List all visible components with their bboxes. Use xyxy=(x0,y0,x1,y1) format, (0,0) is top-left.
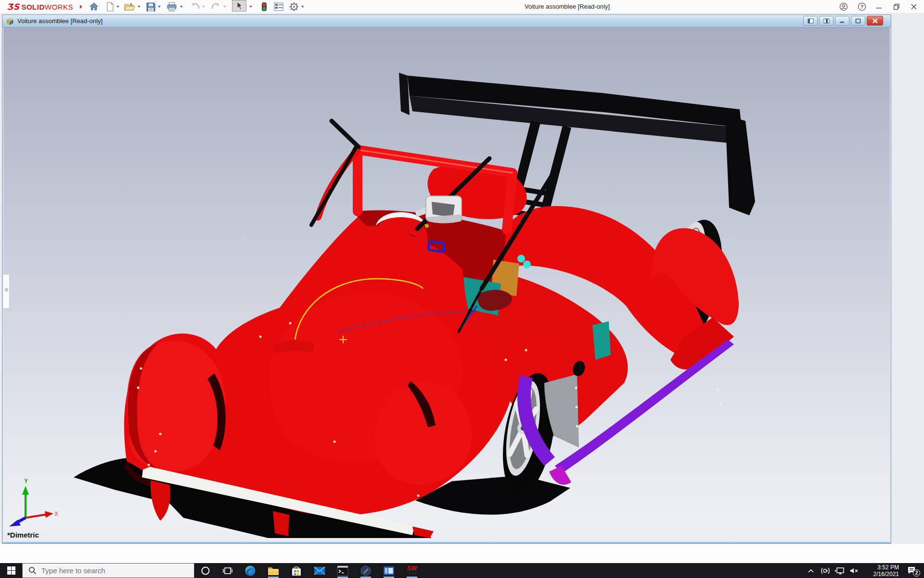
document-titlebar[interactable]: Voiture assomblee [Read-only] xyxy=(2,15,891,27)
options-button[interactable] xyxy=(288,0,300,13)
x-axis-arrow xyxy=(45,511,53,518)
car-model[interactable] xyxy=(3,27,890,542)
sw-badge-year: 2021 xyxy=(407,571,417,576)
mail-icon xyxy=(314,566,325,576)
front-bodywork[interactable] xyxy=(124,217,511,515)
store-icon xyxy=(291,565,302,577)
meet-now-icon xyxy=(821,567,830,575)
doc-maximize-button[interactable] xyxy=(851,16,865,26)
print-dropdown[interactable] xyxy=(179,0,184,13)
notification-badge: 2 xyxy=(913,569,920,577)
chevron-up-icon xyxy=(808,568,814,573)
file-explorer-icon xyxy=(268,565,279,576)
hidden-icons-button[interactable] xyxy=(804,563,818,578)
taskbar-app-edge[interactable] xyxy=(239,563,262,578)
taskbar-app-mail[interactable] xyxy=(308,563,331,578)
solidworks-logo: ƷS SOLIDWORKS xyxy=(4,0,76,13)
action-center-button[interactable]: 2 xyxy=(902,563,921,578)
restore-icon xyxy=(893,3,900,10)
desktop-strip xyxy=(0,544,924,563)
clock-date: 2/16/2021 xyxy=(861,571,899,578)
pane-right-icon xyxy=(823,18,830,24)
graphics-viewport[interactable]: Y X *Dimetric xyxy=(2,27,891,543)
account-icon xyxy=(839,2,848,11)
new-document-dropdown[interactable] xyxy=(116,0,120,13)
search-input[interactable] xyxy=(41,566,181,575)
new-document-button[interactable] xyxy=(104,0,116,13)
command-prompt-icon xyxy=(337,565,348,576)
window-app-icon xyxy=(383,566,395,576)
brand-works: WORKS xyxy=(45,3,73,11)
document-title: Voiture assomblee [Read-only] xyxy=(17,17,103,25)
open-button[interactable] xyxy=(123,0,136,13)
select-tool-button[interactable] xyxy=(232,0,246,12)
cortana-button[interactable] xyxy=(194,563,217,578)
menu-expand-arrow[interactable] xyxy=(78,0,84,13)
doc-maximize-icon xyxy=(855,18,861,24)
redo-dropdown[interactable] xyxy=(222,0,227,13)
volume-button[interactable] xyxy=(847,563,861,578)
network-icon xyxy=(835,567,845,575)
reference-triad[interactable]: Y X xyxy=(6,477,60,527)
doc-minimize-button[interactable] xyxy=(835,16,849,26)
help-icon: ? xyxy=(858,2,866,11)
save-button[interactable] xyxy=(144,0,157,13)
gear-icon xyxy=(289,2,299,12)
rebuild-button[interactable] xyxy=(258,0,270,13)
pane-left-icon xyxy=(808,18,814,24)
volume-muted-icon xyxy=(849,567,859,575)
solidworks-app-icon: SW 2021 xyxy=(407,565,417,576)
new-document-icon xyxy=(106,2,115,12)
print-button[interactable] xyxy=(166,0,178,13)
solidworks-logo-mark: ƷS xyxy=(7,2,19,12)
meet-now-button[interactable] xyxy=(818,563,833,578)
select-tool-dropdown[interactable] xyxy=(248,0,253,13)
help-button[interactable]: ? xyxy=(856,0,868,13)
hexagon-app-icon xyxy=(360,565,372,577)
taskbar-app-file-explorer[interactable] xyxy=(262,563,285,578)
open-dropdown[interactable] xyxy=(137,0,141,13)
taskbar-clock[interactable]: 3:52 PM 2/16/2021 xyxy=(861,564,902,578)
taskbar: SW 2021 xyxy=(0,563,924,578)
undo-dropdown[interactable] xyxy=(201,0,206,13)
account-button[interactable] xyxy=(837,0,850,13)
taskbar-app-window[interactable] xyxy=(377,563,400,578)
task-view-button[interactable] xyxy=(217,563,239,578)
doc-pane-right-button[interactable] xyxy=(819,16,834,26)
app-titlebar: ƷS SOLIDWORKS xyxy=(0,0,924,13)
edge-icon xyxy=(244,565,256,577)
taskbar-search[interactable] xyxy=(22,563,194,578)
taskbar-app-solidworks[interactable]: SW 2021 xyxy=(400,563,424,578)
home-button[interactable] xyxy=(88,0,100,13)
client-area-background xyxy=(892,14,924,544)
pane-handle-dot xyxy=(5,288,8,291)
cyan-detail xyxy=(517,255,525,263)
y-axis-arrow xyxy=(22,486,29,495)
undo-button[interactable] xyxy=(189,0,201,13)
assembly-document-icon xyxy=(6,17,14,25)
home-icon xyxy=(89,2,99,12)
start-button[interactable] xyxy=(0,563,22,578)
app-minimize-button[interactable] xyxy=(873,0,886,13)
taskbar-app-hexagon[interactable] xyxy=(354,563,377,578)
app-close-button[interactable] xyxy=(908,0,920,13)
document-window: Voiture assomblee [Read-only] xyxy=(2,14,891,544)
task-view-icon xyxy=(223,566,232,575)
save-dropdown[interactable] xyxy=(157,0,162,13)
app-restore-button[interactable] xyxy=(890,0,903,13)
taskbar-app-store[interactable] xyxy=(285,563,308,578)
doc-pane-left-button[interactable] xyxy=(803,16,818,26)
rebuild-traffic-light-icon xyxy=(261,2,267,12)
options-dropdown[interactable] xyxy=(300,0,305,13)
redo-button[interactable] xyxy=(210,0,222,13)
display-settings-button[interactable] xyxy=(272,0,285,13)
print-icon xyxy=(167,2,177,12)
windows-logo-icon xyxy=(7,566,15,575)
network-button[interactable] xyxy=(833,563,847,578)
quarter-window-panel xyxy=(592,321,611,360)
search-icon xyxy=(28,566,37,575)
doc-close-button[interactable] xyxy=(867,16,883,26)
taskbar-app-command-prompt[interactable] xyxy=(331,563,354,578)
close-icon xyxy=(911,3,917,10)
feature-pane-handle[interactable] xyxy=(3,274,10,309)
